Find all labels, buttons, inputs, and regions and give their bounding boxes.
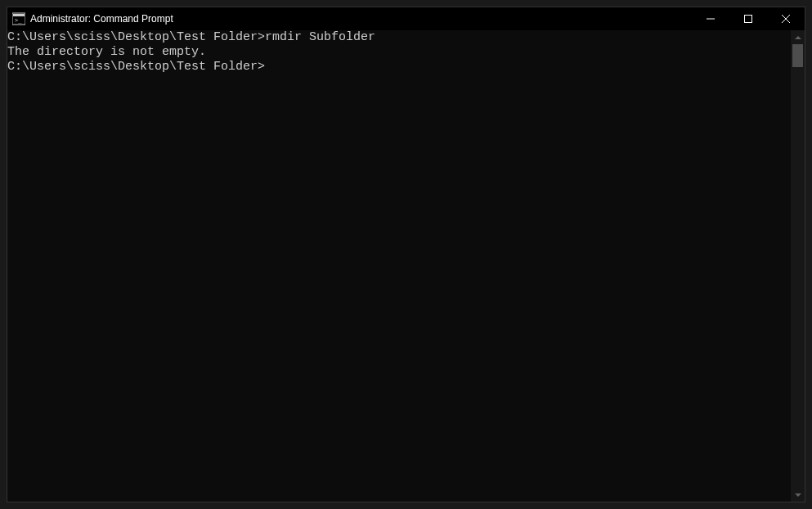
- terminal-line: C:\Users\sciss\Desktop\Test Folder>: [7, 60, 791, 74]
- terminal-line: C:\Users\sciss\Desktop\Test Folder>rmdir…: [7, 30, 791, 45]
- command-prompt-window: >_ Administrator: Command Prompt C:\User…: [7, 7, 805, 502]
- scroll-up-arrow[interactable]: [791, 30, 805, 44]
- scroll-down-arrow[interactable]: [791, 488, 805, 502]
- terminal-line: The directory is not empty.: [7, 45, 791, 60]
- svg-rect-1: [13, 14, 25, 16]
- window-controls: [692, 7, 805, 30]
- maximize-button[interactable]: [729, 7, 767, 30]
- scrollbar-track[interactable]: [791, 44, 805, 488]
- scrollbar-thumb[interactable]: [792, 44, 803, 67]
- window-title: Administrator: Command Prompt: [30, 13, 173, 25]
- svg-text:>_: >_: [15, 17, 22, 24]
- minimize-button[interactable]: [692, 7, 729, 30]
- vertical-scrollbar[interactable]: [791, 30, 805, 502]
- cmd-icon: >_: [12, 12, 25, 25]
- content-area: C:\Users\sciss\Desktop\Test Folder>rmdir…: [7, 30, 805, 502]
- terminal-output[interactable]: C:\Users\sciss\Desktop\Test Folder>rmdir…: [7, 30, 791, 502]
- svg-rect-4: [745, 16, 752, 23]
- titlebar[interactable]: >_ Administrator: Command Prompt: [7, 7, 805, 30]
- svg-marker-7: [795, 36, 801, 39]
- svg-marker-8: [795, 493, 801, 497]
- close-button[interactable]: [767, 7, 805, 30]
